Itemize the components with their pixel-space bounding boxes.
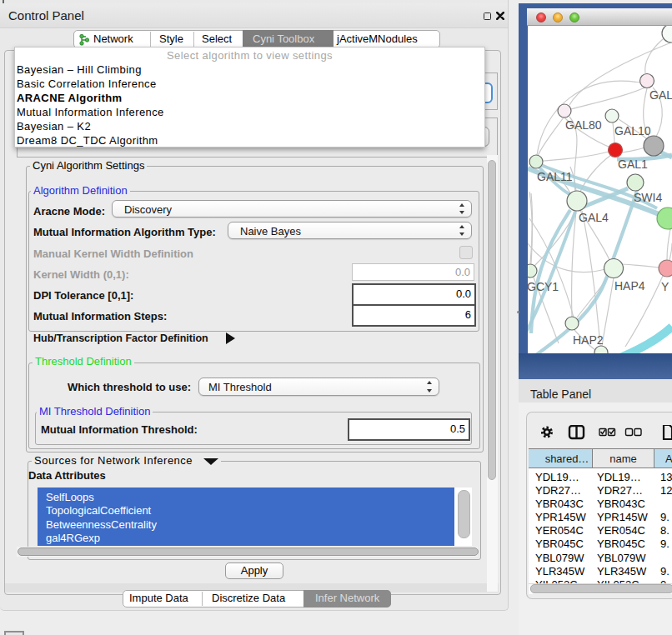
- svg-text:GAL4: GAL4: [579, 211, 609, 224]
- svg-text:GAL11: GAL11: [537, 170, 573, 183]
- svg-text:GAL1: GAL1: [618, 158, 648, 171]
- svg-text:SWI4: SWI4: [634, 191, 662, 204]
- svg-text:GAL80: GAL80: [565, 118, 602, 132]
- svg-text:GAL10: GAL10: [614, 124, 651, 138]
- svg-text:GCY1: GCY1: [528, 280, 559, 293]
- svg-text:HAP2: HAP2: [573, 333, 604, 347]
- svg-text:Y: Y: [661, 280, 669, 293]
- svg-text:HAP4: HAP4: [614, 279, 645, 292]
- svg-text:GAL7: GAL7: [649, 88, 672, 102]
